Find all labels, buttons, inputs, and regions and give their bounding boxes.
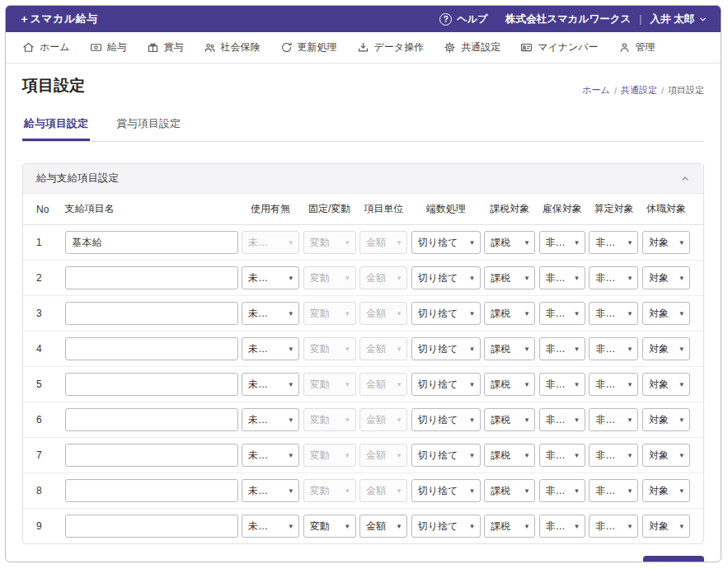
unit-select[interactable]: 金額▾: [359, 515, 407, 538]
rounding-select[interactable]: 切り捨て▾: [411, 231, 481, 254]
tax-select[interactable]: 課税▾: [484, 302, 535, 325]
fixed-variable-select[interactable]: 変動▾: [303, 444, 356, 467]
leave-select[interactable]: 対象▾: [642, 515, 690, 538]
app-logo[interactable]: ＋スマカル給与: [19, 12, 98, 26]
leave-select[interactable]: 対象▾: [642, 231, 690, 254]
nav-item-payroll[interactable]: 給与: [90, 40, 127, 54]
item-name-input[interactable]: [65, 231, 238, 254]
usage-select[interactable]: 未…▾: [242, 266, 299, 289]
employment-insurance-select[interactable]: 非…▾: [539, 231, 585, 254]
usage-select[interactable]: 未…▾: [242, 444, 299, 467]
calculation-select[interactable]: 非…▾: [589, 373, 638, 396]
nav-item-home[interactable]: ホーム: [22, 40, 70, 54]
calculation-select[interactable]: 非…▾: [589, 266, 638, 289]
tax-select[interactable]: 課税▾: [484, 444, 535, 467]
employment-insurance-select[interactable]: 非…▾: [539, 515, 585, 538]
calculation-select[interactable]: 非…▾: [589, 408, 638, 431]
employment-insurance-select[interactable]: 非…▾: [539, 479, 585, 502]
fixed-variable-select[interactable]: 変動▾: [303, 373, 356, 396]
tax-select[interactable]: 課税▾: [484, 337, 535, 360]
rounding-select[interactable]: 切り捨て▾: [411, 515, 481, 538]
usage-select[interactable]: 未…▾: [242, 231, 299, 254]
nav-item-mynumber[interactable]: マイナンバー: [520, 40, 598, 54]
calculation-select[interactable]: 非…▾: [589, 337, 638, 360]
employment-insurance-select[interactable]: 非…▾: [539, 444, 585, 467]
chevron-down-icon: ▾: [575, 274, 579, 282]
leave-select[interactable]: 対象▾: [642, 479, 690, 502]
nav-item-data-operation[interactable]: データ操作: [357, 40, 425, 54]
submit-button[interactable]: 登録: [643, 556, 704, 562]
item-name-input[interactable]: [65, 373, 238, 396]
usage-select[interactable]: 未…▾: [242, 337, 299, 360]
fixed-variable-select[interactable]: 変動▾: [303, 479, 356, 502]
collapse-chevron-up-icon[interactable]: [680, 174, 690, 184]
item-name-input[interactable]: [65, 337, 238, 360]
calculation-select[interactable]: 非…▾: [589, 479, 638, 502]
rounding-select[interactable]: 切り捨て▾: [411, 373, 481, 396]
tax-select[interactable]: 課税▾: [484, 408, 535, 431]
calculation-select[interactable]: 非…▾: [589, 515, 638, 538]
nav-item-settings[interactable]: 共通設定: [444, 40, 500, 54]
nav-item-update[interactable]: 更新処理: [280, 40, 337, 54]
breadcrumb-settings[interactable]: 共通設定: [621, 84, 657, 96]
tax-select[interactable]: 課税▾: [484, 266, 535, 289]
usage-select[interactable]: 未…▾: [242, 515, 299, 538]
fixed-variable-select[interactable]: 変動▾: [303, 302, 356, 325]
unit-select[interactable]: 金額▾: [359, 266, 407, 289]
item-name-input[interactable]: [65, 444, 238, 467]
tab-bonus-items[interactable]: 賞与項目設定: [115, 108, 182, 141]
rounding-select[interactable]: 切り捨て▾: [411, 337, 481, 360]
leave-select[interactable]: 対象▾: [642, 266, 690, 289]
leave-select[interactable]: 対象▾: [642, 337, 690, 360]
unit-select[interactable]: 金額▾: [359, 479, 407, 502]
tax-select[interactable]: 課税▾: [484, 515, 535, 538]
fixed-variable-select[interactable]: 変動▾: [303, 337, 356, 360]
employment-insurance-select[interactable]: 非…▾: [539, 266, 585, 289]
user-menu[interactable]: 入井 太郎: [651, 12, 707, 26]
leave-select[interactable]: 対象▾: [642, 408, 690, 431]
rounding-select[interactable]: 切り捨て▾: [411, 408, 481, 431]
breadcrumb-home[interactable]: ホーム: [582, 84, 610, 96]
calculation-select[interactable]: 非…▾: [589, 302, 638, 325]
unit-select[interactable]: 金額▾: [359, 337, 407, 360]
tab-salary-items[interactable]: 給与項目設定: [22, 108, 90, 141]
calculation-select[interactable]: 非…▾: [589, 231, 638, 254]
nav-item-admin[interactable]: 管理: [618, 40, 655, 54]
nav-item-bonus[interactable]: 賞与: [147, 40, 184, 54]
tax-select[interactable]: 課税▾: [484, 231, 535, 254]
item-name-input[interactable]: [65, 302, 238, 325]
employment-insurance-select[interactable]: 非…▾: [539, 408, 585, 431]
usage-select[interactable]: 未…▾: [242, 479, 299, 502]
leave-select[interactable]: 対象▾: [642, 373, 690, 396]
rounding-select[interactable]: 切り捨て▾: [411, 266, 481, 289]
leave-select[interactable]: 対象▾: [642, 444, 690, 467]
rounding-select[interactable]: 切り捨て▾: [411, 479, 481, 502]
nav-item-social-insurance[interactable]: 社会保険: [204, 40, 261, 54]
help-button[interactable]: ? ヘルプ: [439, 12, 487, 26]
item-name-input[interactable]: [65, 515, 238, 538]
usage-select[interactable]: 未…▾: [242, 373, 299, 396]
leave-select[interactable]: 対象▾: [642, 302, 690, 325]
unit-select[interactable]: 金額▾: [359, 408, 407, 431]
fixed-variable-select[interactable]: 変動▾: [303, 231, 356, 254]
item-name-input[interactable]: [65, 479, 238, 502]
employment-insurance-select[interactable]: 非…▾: [539, 337, 585, 360]
unit-select[interactable]: 金額▾: [359, 302, 407, 325]
tax-select[interactable]: 課税▾: [484, 373, 535, 396]
item-name-input[interactable]: [65, 408, 238, 431]
fixed-variable-select[interactable]: 変動▾: [303, 266, 356, 289]
usage-select[interactable]: 未…▾: [242, 302, 299, 325]
fixed-variable-select[interactable]: 変動▾: [303, 408, 356, 431]
rounding-select[interactable]: 切り捨て▾: [411, 444, 481, 467]
unit-select[interactable]: 金額▾: [359, 444, 407, 467]
employment-insurance-select[interactable]: 非…▾: [539, 373, 585, 396]
unit-select[interactable]: 金額▾: [359, 373, 407, 396]
tax-select[interactable]: 課税▾: [484, 479, 535, 502]
calculation-select[interactable]: 非…▾: [589, 444, 638, 467]
fixed-variable-select[interactable]: 変動▾: [303, 515, 356, 538]
item-name-input[interactable]: [65, 266, 238, 289]
usage-select[interactable]: 未…▾: [242, 408, 299, 431]
unit-select[interactable]: 金額▾: [359, 231, 407, 254]
rounding-select[interactable]: 切り捨て▾: [411, 302, 481, 325]
employment-insurance-select[interactable]: 非…▾: [539, 302, 585, 325]
